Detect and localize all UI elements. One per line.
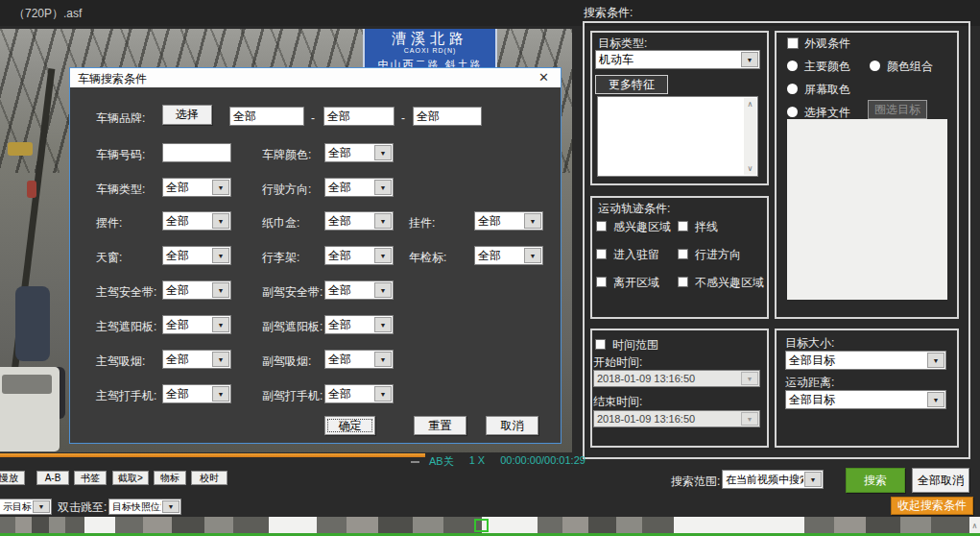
snapshot-position-value: 目标快照位置 <box>109 499 161 514</box>
motion-checkbox-direction[interactable] <box>678 249 688 259</box>
chevron-down-icon: ▼ <box>33 500 50 513</box>
brand-select-label: 选择 <box>176 107 199 123</box>
collapse-search-button[interactable]: 收起搜索条件 <box>891 497 973 515</box>
ornament-dropdown[interactable]: 全部 ▼ <box>162 211 231 231</box>
sunroof-label: 天窗: <box>96 251 122 264</box>
thumbnail[interactable] <box>317 517 482 534</box>
thumbnail-scroll-up[interactable]: ∧ <box>969 517 980 534</box>
scroll-up-icon[interactable]: ∧ <box>748 100 753 109</box>
roof-rack-dropdown[interactable]: 全部 ▼ <box>324 246 394 265</box>
thumbnail[interactable] <box>0 517 84 534</box>
end-time-dropdown[interactable]: 2018-01-09 13:16:50 ▼ <box>593 410 760 427</box>
feature-listbox[interactable]: ∧ ∨ <box>597 96 758 177</box>
color-combo-radio[interactable] <box>870 61 880 71</box>
motion-label-leave: 离开区域 <box>613 276 659 289</box>
ab-loop-button[interactable]: A-B <box>36 471 69 485</box>
reset-button[interactable]: 重置 <box>414 416 466 435</box>
slow-play-button[interactable]: 慢放 <box>0 471 25 485</box>
choose-file-radio[interactable] <box>787 107 798 117</box>
driver-phone-dropdown[interactable]: 全部 ▼ <box>162 384 231 403</box>
cancel-button[interactable]: 取消 <box>486 416 538 435</box>
brand-separator: - <box>311 111 315 125</box>
motion-checkbox-not-roi[interactable] <box>678 277 688 287</box>
chevron-down-icon: ▼ <box>212 213 229 229</box>
passenger-seatbelt-label: 副驾安全带: <box>262 285 323 299</box>
tissue-box-value: 全部 <box>325 212 373 230</box>
more-features-button[interactable]: 更多特征 <box>595 75 668 94</box>
motion-label-tripwire: 拌线 <box>695 220 718 233</box>
passenger-visor-dropdown[interactable]: 全部 ▼ <box>324 315 394 334</box>
target-type-dropdown[interactable]: 机动车 ▼ <box>595 50 760 69</box>
motion-checkbox-enter-stay[interactable] <box>596 249 607 259</box>
search-scope-dropdown[interactable]: 在当前视频中搜索 ▼ <box>722 470 824 489</box>
thumbnail[interactable] <box>804 517 969 534</box>
screen-pick-radio[interactable] <box>787 84 798 94</box>
search-button[interactable]: 搜索 <box>846 468 905 493</box>
motion-distance-dropdown[interactable]: 全部目标 ▼ <box>785 390 946 409</box>
progress-marker <box>411 461 419 463</box>
motion-checkbox-roi[interactable] <box>596 221 607 231</box>
sunroof-dropdown[interactable]: 全部 ▼ <box>162 246 231 265</box>
dialog-titlebar[interactable]: 车辆搜索条件 ✕ <box>70 68 561 87</box>
color-combo-label: 颜色组合 <box>887 60 933 73</box>
driver-visor-value: 全部 <box>163 316 211 333</box>
listbox-scrollbar[interactable]: ∧ ∨ <box>744 98 756 175</box>
brand-select-button[interactable]: 选择 <box>162 105 212 125</box>
vehicle-search-dialog: 车辆搜索条件 ✕ 车辆品牌: 选择 全部 - 全部 - 全部 车辆号码: 车牌颜… <box>69 67 562 444</box>
driver-visor-dropdown[interactable]: 全部 ▼ <box>162 315 231 334</box>
snapshot-position-dropdown[interactable]: 目标快照位置 ▼ <box>108 499 181 515</box>
close-icon[interactable]: ✕ <box>538 70 549 85</box>
ok-button[interactable]: 确定 <box>324 416 375 435</box>
passenger-smoking-dropdown[interactable]: 全部 ▼ <box>324 350 394 369</box>
tissue-box-dropdown[interactable]: 全部 ▼ <box>324 211 394 231</box>
passenger-seatbelt-dropdown[interactable]: 全部 ▼ <box>324 280 394 300</box>
motion-label-direction: 行进方向 <box>695 248 741 261</box>
passenger-visor-label: 副驾遮阳板: <box>262 320 323 333</box>
motion-checkbox-leave[interactable] <box>596 277 607 287</box>
cancel-all-button[interactable]: 全部取消 <box>912 468 969 493</box>
motion-checkbox-tripwire[interactable] <box>678 221 688 231</box>
time-range-checkbox[interactable] <box>595 339 606 350</box>
passenger-phone-dropdown[interactable]: 全部 ▼ <box>324 384 394 403</box>
passenger-smoking-value: 全部 <box>325 351 373 368</box>
thumbnail[interactable] <box>538 517 674 534</box>
vehicle-type-dropdown[interactable]: 全部 ▼ <box>162 178 231 197</box>
capture-button[interactable]: 截取> <box>112 471 149 485</box>
search-scope-value: 在当前视频中搜索 <box>723 471 803 488</box>
pendant-label: 挂件: <box>409 216 435 230</box>
scroll-down-icon[interactable]: ∨ <box>748 164 753 173</box>
display-target-dropdown[interactable]: 示目标 ▼ <box>0 499 52 515</box>
motion-label-roi: 感兴趣区域 <box>613 220 671 233</box>
circle-target-button[interactable]: 圈选目标 <box>868 100 927 119</box>
driver-visor-label: 主驾遮阳板: <box>96 320 156 333</box>
pendant-dropdown[interactable]: 全部 ▼ <box>474 211 543 231</box>
collapse-search-label: 收起搜索条件 <box>897 498 967 514</box>
target-size-value: 全部目标 <box>786 352 926 369</box>
main-color-radio[interactable] <box>787 61 798 71</box>
target-size-dropdown[interactable]: 全部目标 ▼ <box>785 351 946 370</box>
appearance-checkbox[interactable] <box>787 37 799 49</box>
brand-field-3[interactable]: 全部 <box>413 107 482 126</box>
thumbnail[interactable] <box>115 517 269 534</box>
chevron-down-icon: ▼ <box>212 352 229 367</box>
driver-phone-label: 主驾打手机: <box>96 389 156 402</box>
bookmark-button[interactable]: 书签 <box>74 471 107 485</box>
bookmark-label: 书签 <box>81 472 100 485</box>
driver-smoking-dropdown[interactable]: 全部 ▼ <box>162 350 231 369</box>
driver-seatbelt-dropdown[interactable]: 全部 ▼ <box>162 280 231 300</box>
chevron-down-icon: ▼ <box>162 500 179 513</box>
object-mark-button[interactable]: 物标 <box>154 471 186 485</box>
progress-bar[interactable] <box>0 453 425 457</box>
start-time-dropdown[interactable]: 2018-01-09 13:16:50 ▼ <box>593 370 760 387</box>
plate-color-dropdown[interactable]: 全部 ▼ <box>324 143 394 162</box>
inspection-sticker-dropdown[interactable]: 全部 ▼ <box>474 246 543 265</box>
search-scope-label: 搜索范围: <box>671 475 720 488</box>
taxi-decoration <box>8 142 33 156</box>
brand-field-2[interactable]: 全部 <box>323 107 394 126</box>
motion-label-not-roi: 不感兴趣区域 <box>695 276 764 289</box>
plate-number-input[interactable] <box>162 143 231 162</box>
brand-field-1[interactable]: 全部 <box>229 107 304 126</box>
road-sign-line1: 漕溪北路 <box>365 30 495 47</box>
direction-dropdown[interactable]: 全部 ▼ <box>324 178 394 197</box>
time-sync-button[interactable]: 校时 <box>191 471 227 485</box>
